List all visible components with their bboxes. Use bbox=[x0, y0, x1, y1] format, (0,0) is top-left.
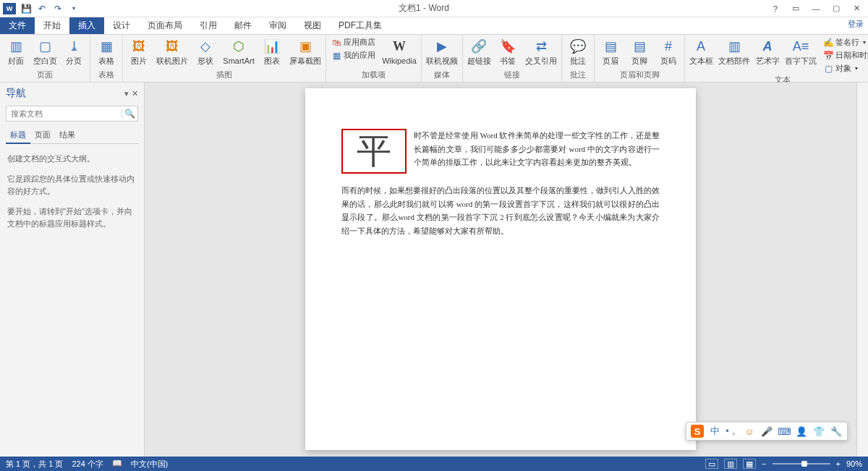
minimize-icon[interactable]: — bbox=[809, 2, 823, 15]
view-read-icon[interactable]: ▭ bbox=[705, 459, 718, 469]
view-web-icon[interactable]: ▦ bbox=[743, 459, 756, 469]
paragraph-2[interactable]: 而有的时候，如果想要很好的凸出段落的位置以及其整个段落的重要性，做到引人入胜的效… bbox=[341, 184, 660, 238]
cover-page-button[interactable]: ▥封面 bbox=[3, 36, 29, 65]
header-icon: ▤ bbox=[602, 38, 619, 55]
status-bar: 第 1 页，共 1 页 224 个字 📖 中文(中国) ▭ ▥ ▦ − + 90… bbox=[0, 457, 868, 471]
ime-keyboard-icon[interactable]: ⌨ bbox=[778, 425, 791, 438]
ime-settings-icon[interactable]: 🔧 bbox=[830, 425, 843, 438]
nav-dropdown-icon[interactable]: ▾ bbox=[124, 89, 129, 98]
ime-toolbar[interactable]: S 中 •， ☺ 🎤 ⌨ 👤 👕 🔧 bbox=[686, 422, 848, 441]
dropcap-frame[interactable]: 平 bbox=[341, 129, 407, 174]
quickparts-button[interactable]: ▥文档部件 bbox=[717, 36, 752, 65]
status-words[interactable]: 224 个字 bbox=[72, 459, 103, 470]
tab-review[interactable]: 审阅 bbox=[260, 17, 295, 34]
document-page[interactable]: 平 时不管是经常使用 Word 软件来简单的处理一些文字性的工作，还是整长篇幅的… bbox=[305, 88, 696, 450]
screenshot-button[interactable]: ▣屏幕截图 bbox=[288, 36, 323, 65]
zoom-out-icon[interactable]: − bbox=[762, 459, 766, 468]
wordart-icon: A bbox=[759, 38, 776, 55]
store-icon: 🛍 bbox=[331, 38, 341, 48]
textbox-button[interactable]: A文本框 bbox=[688, 36, 714, 65]
document-area[interactable]: 平 时不管是经常使用 Word 软件来简单的处理一些文字性的工作，还是整长篇幅的… bbox=[145, 82, 856, 457]
undo-icon[interactable]: ↶ bbox=[36, 3, 48, 14]
tab-pdf[interactable]: PDF工具集 bbox=[330, 17, 391, 34]
sigline-button[interactable]: ✍签名行▾ bbox=[821, 36, 868, 48]
nav-search[interactable]: 🔍 bbox=[6, 106, 138, 122]
datetime-button[interactable]: 📅日期和时间 bbox=[821, 49, 868, 61]
tab-design[interactable]: 设计 bbox=[104, 17, 139, 34]
table-button[interactable]: ▦表格 bbox=[93, 36, 119, 65]
tab-home[interactable]: 开始 bbox=[35, 17, 69, 34]
chart-button[interactable]: 📊图表 bbox=[259, 36, 285, 65]
ime-punct-icon[interactable]: •， bbox=[726, 425, 739, 438]
zoom-slider[interactable] bbox=[773, 463, 830, 464]
hyperlink-icon: 🔗 bbox=[470, 38, 488, 55]
tab-layout[interactable]: 页面布局 bbox=[139, 17, 191, 34]
footer-button[interactable]: ▤页脚 bbox=[626, 36, 652, 65]
blank-page-button[interactable]: ▢空白页 bbox=[32, 36, 58, 65]
zoom-in-icon[interactable]: + bbox=[836, 459, 841, 468]
wordart-button[interactable]: A艺术字 bbox=[754, 36, 780, 65]
word-app-icon: W bbox=[3, 3, 16, 14]
shapes-button[interactable]: ◇形状 bbox=[192, 36, 218, 65]
status-language[interactable]: 中文(中国) bbox=[131, 459, 168, 470]
ime-skin-icon[interactable]: 👕 bbox=[812, 425, 825, 438]
dropcap-char: 平 bbox=[357, 128, 391, 174]
comment-button[interactable]: 💬批注 bbox=[565, 36, 591, 65]
wikipedia-button[interactable]: WWikipedia bbox=[380, 36, 418, 65]
save-icon[interactable]: 💾 bbox=[20, 3, 32, 14]
ime-user-icon[interactable]: 👤 bbox=[795, 425, 808, 438]
close-icon[interactable]: ✕ bbox=[849, 2, 864, 15]
nav-msg-line2: 它是跟踪您的具体位置或快速移动内容的好方式。 bbox=[7, 173, 137, 198]
video-icon: ▶ bbox=[433, 38, 451, 55]
paragraph-1[interactable]: 时不管是经常使用 Word 软件来简单的处理一些文字性的工作，还是整长篇幅的文章… bbox=[414, 129, 660, 169]
header-button[interactable]: ▤页眉 bbox=[597, 36, 624, 65]
crossref-button[interactable]: ⇄交叉引用 bbox=[524, 36, 558, 65]
search-icon[interactable]: 🔍 bbox=[122, 109, 137, 119]
ribbon-display-icon[interactable]: ▭ bbox=[788, 2, 803, 15]
nav-tab-headings[interactable]: 标题 bbox=[6, 127, 30, 144]
pagenum-button[interactable]: #页码 bbox=[655, 36, 681, 65]
hyperlink-button[interactable]: 🔗超链接 bbox=[466, 36, 492, 65]
status-page[interactable]: 第 1 页，共 1 页 bbox=[6, 459, 63, 470]
nav-tab-results[interactable]: 结果 bbox=[55, 127, 80, 143]
nav-search-input[interactable] bbox=[7, 109, 122, 118]
object-button[interactable]: ▢对象▾ bbox=[821, 62, 868, 75]
wikipedia-icon: W bbox=[391, 38, 408, 55]
bookmark-button[interactable]: 🔖书签 bbox=[495, 36, 521, 65]
redo-icon[interactable]: ↷ bbox=[52, 3, 64, 14]
my-apps-button[interactable]: ▦我的应用 bbox=[329, 49, 378, 61]
restore-icon[interactable]: ▢ bbox=[829, 2, 843, 15]
tab-references[interactable]: 引用 bbox=[191, 17, 226, 34]
smartart-button[interactable]: ⬡SmartArt bbox=[221, 36, 256, 65]
nav-close-icon[interactable]: ✕ bbox=[132, 89, 138, 98]
blank-page-icon: ▢ bbox=[36, 38, 54, 55]
vertical-scrollbar[interactable] bbox=[856, 82, 868, 457]
picture-button[interactable]: 🖼图片 bbox=[126, 36, 152, 65]
ime-emoji-icon[interactable]: ☺ bbox=[743, 425, 756, 438]
cover-page-icon: ▥ bbox=[7, 38, 25, 55]
group-tables: ▦表格 表格 bbox=[90, 35, 123, 82]
qat-dropdown-icon[interactable]: ▾ bbox=[68, 3, 80, 14]
tab-file[interactable]: 文件 bbox=[0, 17, 35, 34]
dropcap-icon: A≡ bbox=[792, 38, 809, 55]
page-break-button[interactable]: ⤓分页 bbox=[61, 36, 87, 65]
status-spellcheck-icon[interactable]: 📖 bbox=[112, 459, 122, 470]
help-icon[interactable]: ? bbox=[768, 2, 783, 15]
tab-mailings[interactable]: 邮件 bbox=[226, 17, 260, 34]
store-button[interactable]: 🛍应用商店 bbox=[329, 36, 378, 48]
ime-lang-icon[interactable]: 中 bbox=[708, 425, 721, 438]
account-link[interactable]: 登录 bbox=[848, 19, 864, 30]
window-title: 文档1 - Word bbox=[80, 2, 768, 14]
zoom-level[interactable]: 90% bbox=[846, 459, 862, 468]
nav-tab-pages[interactable]: 页面 bbox=[30, 127, 55, 143]
view-print-icon[interactable]: ▥ bbox=[724, 459, 737, 469]
tab-insert[interactable]: 插入 bbox=[69, 17, 104, 34]
ime-logo-icon[interactable]: S bbox=[691, 425, 704, 438]
dropcap-button[interactable]: A≡首字下沉 bbox=[783, 36, 818, 65]
ime-mic-icon[interactable]: 🎤 bbox=[760, 425, 773, 438]
group-label-media: 媒体 bbox=[425, 69, 459, 82]
group-pages: ▥封面 ▢空白页 ⤓分页 页面 bbox=[0, 35, 90, 82]
online-video-button[interactable]: ▶联机视频 bbox=[425, 36, 459, 65]
online-picture-button[interactable]: 🖼联机图片 bbox=[155, 36, 190, 65]
tab-view[interactable]: 视图 bbox=[295, 17, 330, 34]
